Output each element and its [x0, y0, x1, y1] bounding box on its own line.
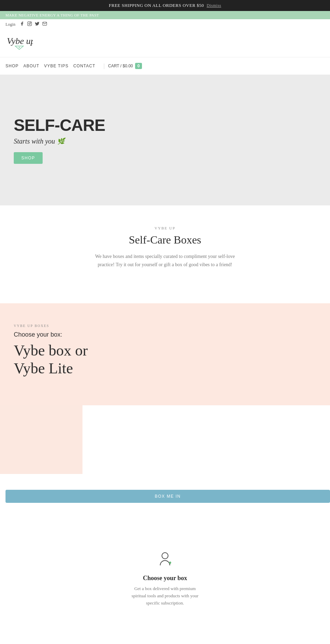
svg-point-6: [162, 553, 168, 559]
svg-text:Vybe up: Vybe up: [7, 36, 33, 46]
svg-point-1: [29, 23, 30, 25]
choose-subtitle: Choose your box:: [14, 331, 316, 338]
nav-about[interactable]: ABOUT: [23, 64, 44, 68]
nav-divider: |: [103, 63, 104, 69]
dismiss-button[interactable]: Dismiss: [207, 3, 221, 8]
box-me-in-button[interactable]: BOX ME IN: [6, 490, 330, 503]
email-icon[interactable]: [42, 21, 47, 27]
top-banner: FREE SHIPPING ON ALL ORDERS OVER $50 Dis…: [0, 0, 330, 11]
instagram-icon[interactable]: [27, 21, 32, 27]
selfcare-section: VYBE UP Self-Care Boxes We have boxes an…: [0, 205, 330, 283]
hero-title: SELF-CARE: [14, 116, 105, 135]
person-heart-icon: [157, 551, 173, 571]
product-card-row: [0, 405, 330, 484]
selfcare-desc: We have boxes and items specially curate…: [93, 252, 237, 269]
login-bar: Login: [0, 19, 330, 30]
feature-choose-box: Choose your box Get a box delivered with…: [131, 551, 199, 607]
spacer2: [0, 513, 330, 534]
twitter-icon[interactable]: [35, 21, 40, 27]
hero-subtitle: Starts with you 🌿: [14, 137, 105, 145]
choose-tag: VYBE UP BOXES: [14, 324, 316, 328]
promo-text: MAKE NEGATIVE ENERGY A THING OF THE PAST: [6, 13, 99, 17]
leaf-icon: 🌿: [57, 137, 65, 145]
svg-point-2: [30, 22, 31, 23]
svg-rect-0: [28, 22, 32, 26]
nav-bar: SHOP ABOUT VYBE TIPS CONTACT | CART / $0…: [0, 57, 330, 75]
nav-contact[interactable]: CONTACT: [73, 64, 100, 68]
feature-title: Choose your box: [143, 575, 187, 582]
spacer1: [0, 283, 330, 303]
svg-point-5: [19, 47, 20, 48]
products-section: BOX ME IN: [0, 405, 330, 513]
hero-content: SELF-CARE Starts with you 🌿 SHOP: [14, 116, 105, 164]
banner-text: FREE SHIPPING ON ALL ORDERS OVER $50: [109, 3, 204, 8]
selfcare-tag: VYBE UP: [7, 226, 323, 230]
cart-area[interactable]: CART / $0.00 0: [108, 63, 142, 69]
feature-desc: Get a box delivered with premium spiritu…: [131, 585, 199, 607]
login-link[interactable]: Login: [6, 22, 15, 27]
nav-shop[interactable]: SHOP: [6, 64, 23, 68]
features-section: Choose your box Get a box delivered with…: [0, 534, 330, 620]
selfcare-title: Self-Care Boxes: [7, 234, 323, 246]
cart-count: 0: [135, 63, 142, 69]
product-image-box: [0, 405, 82, 474]
shop-button[interactable]: SHOP: [14, 152, 43, 164]
choose-title: Vybe box or Vybe Lite: [14, 342, 316, 378]
cart-label: CART / $0.00: [108, 64, 133, 68]
social-icons: [20, 21, 47, 27]
hero-section: SELF-CARE Starts with you 🌿 SHOP: [0, 75, 330, 205]
choose-section: VYBE UP BOXES Choose your box: Vybe box …: [0, 303, 330, 406]
logo-area: Vybe up: [0, 30, 330, 57]
promo-bar: MAKE NEGATIVE ENERGY A THING OF THE PAST: [0, 11, 330, 19]
logo[interactable]: Vybe up: [6, 33, 33, 54]
nav-vybe-tips[interactable]: VYBE TIPS: [44, 64, 73, 68]
facebook-icon[interactable]: [20, 21, 24, 27]
